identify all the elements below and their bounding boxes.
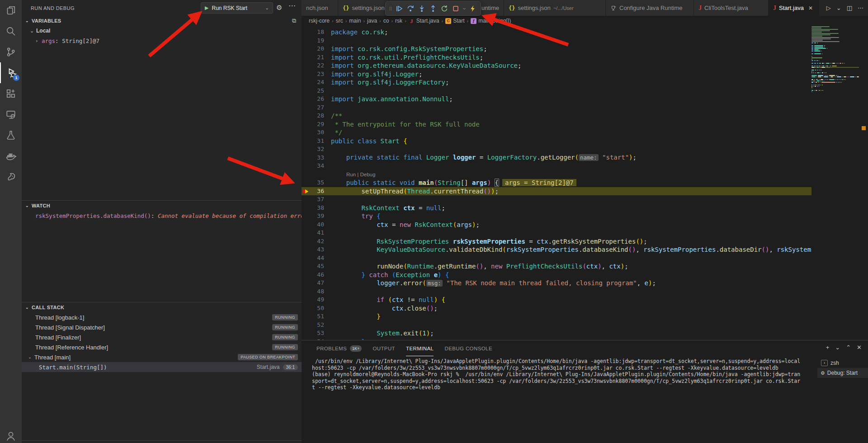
editor-layout-icon[interactable]: ⧉ (292, 17, 296, 24)
gutter[interactable] (302, 312, 311, 321)
gutter[interactable] (302, 229, 311, 237)
codelens-run-debug[interactable]: Run | Debug (302, 170, 811, 179)
watch-header[interactable]: ⌄ WATCH (22, 201, 302, 211)
maximize-panel-icon[interactable]: ⌃ (846, 344, 851, 351)
hot-code-replace-icon[interactable] (467, 3, 478, 14)
close-panel-icon[interactable]: ✕ (857, 344, 862, 351)
gutter[interactable] (302, 204, 311, 212)
panel-tab-output[interactable]: OUTPUT (373, 340, 395, 356)
gutter[interactable] (302, 179, 311, 187)
variable-args-row[interactable]: › args: String[2]@7 (22, 36, 302, 46)
testing-icon[interactable] (0, 125, 22, 146)
gutter[interactable] (302, 128, 311, 137)
gutter[interactable] (302, 237, 311, 246)
run-file-icon[interactable]: ▷ (826, 5, 831, 11)
gutter[interactable] (302, 287, 311, 296)
launch-config-dropdown[interactable]: ▶ Run RSK Start ⌄ (201, 2, 273, 14)
call-stack-header[interactable]: ⌄ CALL STACK (22, 302, 302, 312)
gutter[interactable] (302, 70, 311, 79)
breadcrumb-item[interactable]: JStart.java (409, 18, 439, 24)
gutter[interactable] (302, 104, 311, 112)
breadcrumb-item[interactable]: CStart (445, 18, 464, 24)
stack-frame-row[interactable]: Start.main(String[])Start.java36:1 (22, 362, 302, 372)
gutter[interactable] (302, 120, 311, 129)
thread-row[interactable]: Thread [Signal Dispatcher]RUNNING (22, 322, 302, 332)
gutter[interactable] (302, 145, 311, 154)
drag-handle-icon[interactable] (388, 3, 393, 14)
search-icon[interactable] (0, 21, 22, 42)
thread-row[interactable]: Thread [logback-1]RUNNING (22, 312, 302, 322)
breadcrumb-item[interactable]: co (383, 18, 389, 24)
explorer-icon[interactable] (0, 0, 22, 21)
gutter[interactable] (302, 304, 311, 313)
close-tab-icon[interactable]: ✕ (808, 5, 813, 11)
continue-icon[interactable] (394, 3, 405, 14)
step-over-icon[interactable] (405, 3, 416, 14)
gutter[interactable] (302, 87, 311, 95)
step-out-icon[interactable] (428, 3, 439, 14)
gutter[interactable] (302, 195, 311, 204)
gutter[interactable] (302, 321, 311, 330)
minimap[interactable] (811, 26, 859, 340)
start-debug-icon[interactable]: ▶ (205, 5, 208, 11)
breadcrumb-item[interactable]: rsk (395, 18, 402, 24)
step-into-icon[interactable] (416, 3, 427, 14)
gutter[interactable] (302, 78, 311, 87)
thread-row[interactable]: Thread [Finalizer]RUNNING (22, 332, 302, 342)
code-editor[interactable]: 18package co.rsk;1920import co.rsk.confi… (302, 26, 868, 340)
gutter[interactable] (302, 37, 311, 45)
gutter[interactable] (302, 212, 311, 221)
gutter[interactable] (302, 137, 311, 146)
new-terminal-icon[interactable]: + (826, 344, 830, 351)
gutter[interactable] (302, 61, 311, 70)
debug-settings-gear-icon[interactable]: ⚙ (276, 4, 282, 12)
breadcrumb-item[interactable]: rskj-core (309, 18, 330, 24)
split-editor-icon[interactable]: ◫ (847, 5, 852, 11)
breadcrumb-item[interactable]: java (367, 18, 377, 24)
gutter[interactable] (302, 221, 311, 229)
extensions-icon[interactable] (0, 83, 22, 104)
panel-tab-terminal[interactable]: TERMINAL (406, 340, 434, 356)
source-control-icon[interactable] (0, 42, 22, 62)
breakpoint-paused-icon[interactable] (302, 187, 311, 196)
panel-tab-problems[interactable]: PROBLEMS1K+ (316, 340, 362, 356)
breadcrumb-item[interactable]: ƒmain(String[]) (471, 18, 511, 24)
more-actions-icon[interactable]: ⋯ (858, 5, 863, 11)
stop-icon[interactable] (450, 3, 461, 14)
sidebar-more-actions-icon[interactable]: ⋯ (288, 1, 296, 10)
breadcrumb-item[interactable]: main (349, 18, 361, 24)
gutter[interactable] (302, 95, 311, 104)
terminal-list-item-debug-start[interactable]: ⚙Debug: Start (817, 368, 868, 378)
watch-expression-row[interactable]: rskSystemProperties.databaseKind(): Cann… (22, 211, 302, 221)
gutter[interactable] (302, 45, 311, 53)
run-dropdown-chevron-icon[interactable]: ⌄ (836, 5, 841, 11)
tab-configure-java-runtime[interactable]: Configure Java Runtime (606, 0, 694, 16)
gutter[interactable] (302, 279, 311, 287)
docker-icon[interactable] (0, 146, 22, 166)
panel-tab-debug-console[interactable]: DEBUG CONSOLE (444, 340, 492, 356)
restart-icon[interactable] (439, 3, 450, 14)
gutter[interactable] (302, 296, 311, 304)
tab-settings-json[interactable]: {}settings.json (338, 0, 389, 16)
tab-settings-json[interactable]: {}settings.json~/.../User (504, 0, 606, 16)
gradle-icon[interactable] (0, 166, 22, 187)
gutter[interactable] (302, 28, 311, 37)
variables-scope-local[interactable]: ⌄ Local (22, 26, 302, 36)
gutter[interactable] (302, 254, 311, 263)
thread-row[interactable]: ⌄Thread [main]PAUSED ON BREAKPOINT (22, 352, 302, 362)
gutter[interactable] (302, 53, 311, 62)
account-icon[interactable] (0, 426, 22, 443)
tab-nch-json[interactable]: nch.json (302, 0, 338, 16)
thread-row[interactable]: Thread [Reference Handler]RUNNING (22, 342, 302, 352)
gutter[interactable] (302, 154, 311, 162)
terminal-list-item-zsh[interactable]: ›zsh (817, 358, 868, 368)
stop-chevron-icon[interactable] (462, 3, 467, 14)
tab-clitoolstest-java[interactable]: JCliToolsTest.java (694, 0, 769, 16)
gutter[interactable] (302, 162, 311, 170)
gutter[interactable] (302, 329, 311, 338)
gutter[interactable] (302, 262, 311, 271)
terminal-output[interactable]: /usr/bin/env /Library/Internet\ Plug-Ins… (302, 356, 817, 443)
gutter[interactable] (302, 112, 311, 120)
gutter[interactable] (302, 245, 311, 254)
editor-scrollbar[interactable] (859, 26, 868, 340)
